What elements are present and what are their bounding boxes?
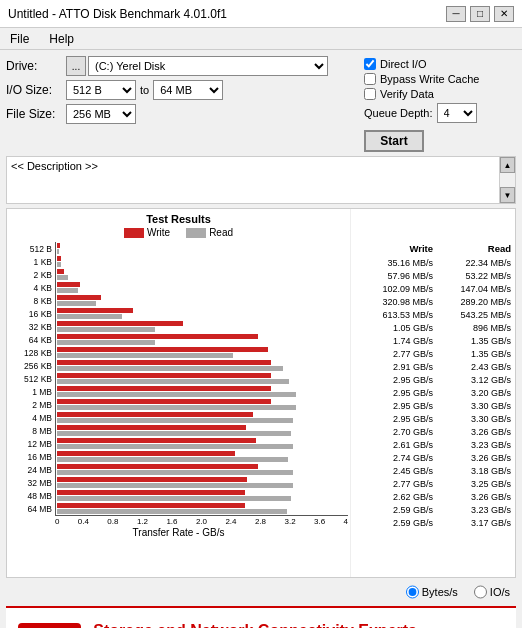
- y-label: 32 MB: [9, 476, 55, 489]
- read-bar: [57, 379, 289, 384]
- read-value: 3.26 GB/s: [433, 427, 511, 437]
- bar-row: [56, 333, 348, 346]
- io-size-to-select[interactable]: 64 MB: [153, 80, 223, 100]
- verify-data-label: Verify Data: [380, 88, 434, 100]
- drive-browse-button[interactable]: ...: [66, 56, 86, 76]
- x-label: 1.2: [137, 517, 148, 526]
- read-value: 896 MB/s: [433, 323, 511, 333]
- y-label: 12 MB: [9, 437, 55, 450]
- read-value: 2.43 GB/s: [433, 362, 511, 372]
- direct-io-label: Direct I/O: [380, 58, 426, 70]
- help-menu[interactable]: Help: [43, 30, 80, 48]
- write-bar: [57, 308, 133, 313]
- table-row: 2.59 GB/s3.17 GB/s: [353, 516, 513, 529]
- read-value: 3.12 GB/s: [433, 375, 511, 385]
- read-value: 289.20 MB/s: [433, 297, 511, 307]
- bar-row: [56, 307, 348, 320]
- drive-row: Drive: ... (C:) Yerel Disk: [6, 56, 356, 76]
- file-size-select[interactable]: 256 MB: [66, 104, 136, 124]
- y-label: 512 KB: [9, 372, 55, 385]
- read-value: 3.26 GB/s: [433, 492, 511, 502]
- x-label: 3.2: [284, 517, 295, 526]
- read-value: 3.30 GB/s: [433, 414, 511, 424]
- scroll-track: [500, 173, 515, 187]
- write-bar: [57, 282, 80, 287]
- scroll-down-button[interactable]: ▼: [500, 187, 515, 203]
- minimize-button[interactable]: ─: [446, 6, 466, 22]
- write-bar: [57, 464, 258, 469]
- read-bar: [57, 509, 287, 514]
- footer: ATTO Storage and Network Connectivity Ex…: [6, 606, 516, 628]
- direct-io-checkbox[interactable]: [364, 58, 376, 70]
- read-bar: [57, 392, 296, 397]
- read-bar: [57, 288, 78, 293]
- bypass-write-cache-checkbox[interactable]: [364, 73, 376, 85]
- legend-write-label: Write: [147, 227, 170, 238]
- y-label: 4 KB: [9, 281, 55, 294]
- bar-row: [56, 411, 348, 424]
- read-bar: [57, 405, 296, 410]
- read-bar: [57, 353, 233, 358]
- bar-row: [56, 294, 348, 307]
- x-axis-title: Transfer Rate - GB/s: [9, 527, 348, 538]
- legend-write: Write: [124, 227, 170, 238]
- read-bar: [57, 275, 68, 280]
- verify-data-checkbox[interactable]: [364, 88, 376, 100]
- read-bar: [57, 249, 59, 254]
- read-bar: [57, 418, 293, 423]
- io-size-label: I/O Size:: [6, 83, 66, 97]
- table-row: 2.77 GB/s3.25 GB/s: [353, 477, 513, 490]
- x-axis: 00.40.81.21.62.02.42.83.23.64: [9, 517, 348, 526]
- y-label: 16 KB: [9, 307, 55, 320]
- io-size-from-select[interactable]: 512 B: [66, 80, 136, 100]
- write-bar: [57, 321, 183, 326]
- write-bar: [57, 412, 253, 417]
- legend-read-label: Read: [209, 227, 233, 238]
- bar-row: [56, 502, 348, 515]
- bar-row: [56, 398, 348, 411]
- maximize-button[interactable]: □: [470, 6, 490, 22]
- read-value: 22.34 MB/s: [433, 258, 511, 268]
- write-value: 2.59 GB/s: [355, 518, 433, 528]
- write-value: 2.95 GB/s: [355, 401, 433, 411]
- bytes-per-sec-radio-item: Bytes/s: [406, 582, 458, 602]
- bar-row: [56, 346, 348, 359]
- write-bar: [57, 360, 271, 365]
- to-label: to: [140, 84, 149, 96]
- bar-row: [56, 359, 348, 372]
- read-bar: [57, 262, 61, 267]
- bar-row: [56, 437, 348, 450]
- queue-depth-row: Queue Depth: 4: [364, 103, 516, 123]
- io-per-sec-label: IO/s: [490, 586, 510, 598]
- x-label: 0.8: [107, 517, 118, 526]
- queue-depth-select[interactable]: 4: [437, 103, 477, 123]
- footer-content: Storage and Network Connectivity Experts…: [93, 622, 417, 628]
- read-bar: [57, 314, 122, 319]
- file-menu[interactable]: File: [4, 30, 35, 48]
- scroll-up-button[interactable]: ▲: [500, 157, 515, 173]
- write-bar: [57, 256, 61, 261]
- title-bar: Untitled - ATTO Disk Benchmark 4.01.0f1 …: [0, 0, 522, 28]
- start-button[interactable]: Start: [364, 130, 424, 152]
- bypass-write-cache-row: Bypass Write Cache: [364, 73, 516, 85]
- y-label: 512 B: [9, 242, 55, 255]
- bar-row: [56, 320, 348, 333]
- write-value: 2.91 GB/s: [355, 362, 433, 372]
- bar-row: [56, 385, 348, 398]
- table-row: 2.95 GB/s3.20 GB/s: [353, 386, 513, 399]
- io-per-sec-radio[interactable]: [474, 582, 487, 602]
- io-per-sec-radio-item: IO/s: [474, 582, 510, 602]
- read-value: 3.18 GB/s: [433, 466, 511, 476]
- close-button[interactable]: ✕: [494, 6, 514, 22]
- drive-select[interactable]: (C:) Yerel Disk: [88, 56, 328, 76]
- bar-row: [56, 463, 348, 476]
- data-table: Write Read 35.16 MB/s22.34 MB/s57.96 MB/…: [350, 209, 515, 577]
- read-bar: [57, 327, 155, 332]
- y-label: 64 MB: [9, 502, 55, 515]
- write-value: 2.45 GB/s: [355, 466, 433, 476]
- description-toggle[interactable]: << Description >>: [7, 157, 499, 175]
- bytes-per-sec-radio[interactable]: [406, 582, 419, 602]
- write-value: 35.16 MB/s: [355, 258, 433, 268]
- table-row: 1.74 GB/s1.35 GB/s: [353, 334, 513, 347]
- table-row: 35.16 MB/s22.34 MB/s: [353, 256, 513, 269]
